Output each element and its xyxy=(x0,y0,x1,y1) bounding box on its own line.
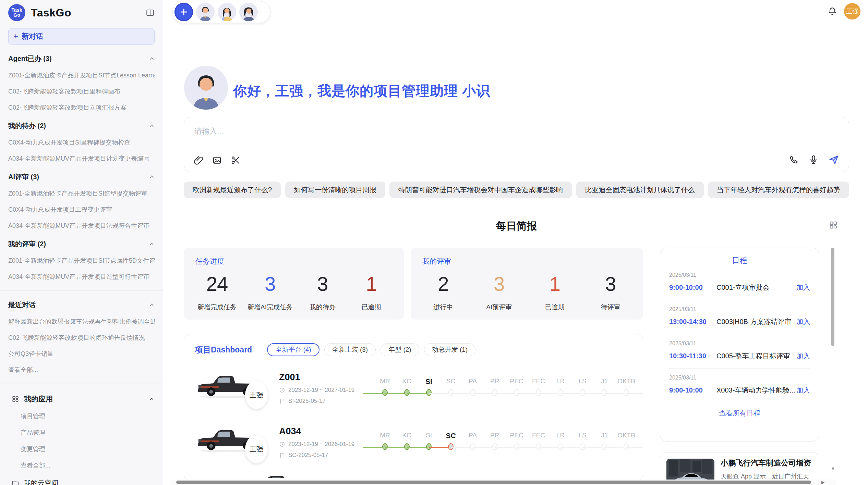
milestone-connector xyxy=(560,393,582,394)
schedule-card: 日程 2025/03/11 9:00-10:00 C001-立项审批会 加入 2… xyxy=(660,248,819,442)
avatar[interactable] xyxy=(218,3,236,21)
chat-input-box[interactable]: 请输入... xyxy=(184,117,849,172)
scissors-icon[interactable] xyxy=(231,156,240,165)
sidebar-item[interactable]: A034-全新新能源MUV产品开发项目造型可行性评审 xyxy=(8,273,155,281)
sidebar-item[interactable]: Z001-全新燃油轻卡产品开发项目SI节点属性5D文件评审 xyxy=(8,257,155,265)
briefing-layout-icon[interactable] xyxy=(829,221,838,229)
sidebar-section-header[interactable]: AI评审 (3) xyxy=(8,172,155,182)
project-row[interactable]: 王强 Z001 2023-12-19 ~ 2027-01-19 SI-2025-… xyxy=(184,361,643,415)
project-image: 王强 xyxy=(195,366,279,410)
image-upload-icon[interactable] xyxy=(212,156,222,165)
recent-chats-header[interactable]: 最近对话 xyxy=(8,300,155,310)
milestone-connector xyxy=(385,447,407,448)
sidebar-item[interactable]: C02-飞腾新能源轻客改款项目立项汇报方案 xyxy=(8,103,155,112)
suggestion-chip[interactable]: 比亚迪全固态电池计划具体说了什么 xyxy=(576,182,704,198)
chevron-up-icon[interactable] xyxy=(149,241,155,247)
stat-value: 3 xyxy=(592,272,629,295)
milestone-node xyxy=(637,377,643,399)
milestone-label: PEC xyxy=(510,432,523,441)
milestone-dot xyxy=(382,389,388,396)
chevron-up-icon[interactable] xyxy=(149,123,155,129)
stat-label: 新增AI完成任务 xyxy=(248,303,293,312)
suggestion-chip[interactable]: 当下年轻人对汽车外观有怎样的喜好趋势 xyxy=(708,182,849,198)
stat-value: 1 xyxy=(352,272,390,295)
attachment-icon[interactable] xyxy=(194,156,203,165)
recent-chats-list: 解释最新出台的欧盟报废车法规再生塑料比例被调至15%...C02-飞腾新能源轻客… xyxy=(8,318,155,358)
milestone-label: OKTB xyxy=(617,377,635,387)
suggestion-chip[interactable]: 如何写一份清晰的项目周报 xyxy=(285,182,385,198)
view-all-schedule-link[interactable]: 查看所有日程 xyxy=(669,409,810,418)
dashboard-tab[interactable]: 动总开发 (1) xyxy=(424,343,476,356)
sidebar-item[interactable]: C0X4-动力总成开发项目SI里程碑提交物检查 xyxy=(8,138,155,147)
sidebar-section-header[interactable]: 我的评审 (2) xyxy=(8,239,155,249)
send-icon[interactable] xyxy=(828,154,839,165)
sidebar-section-header[interactable]: 我的待办 (2) xyxy=(8,121,155,130)
dashboard-tabs: 全新平台 (4)全新上装 (3)年型 (2)动总开发 (1) xyxy=(267,343,475,356)
join-meeting-link[interactable]: 加入 xyxy=(796,351,810,361)
vertical-scrollbar-thumb[interactable] xyxy=(831,248,834,346)
event-time: 9:00-10:00 xyxy=(669,386,711,394)
suggestion-chip[interactable]: 欧洲新规最近颁布了什么? xyxy=(184,182,281,198)
microphone-icon[interactable] xyxy=(808,154,819,165)
collapse-sidebar-icon[interactable] xyxy=(146,8,155,17)
milestone-connector xyxy=(473,447,495,448)
milestone-dot xyxy=(426,389,432,396)
notification-bell-icon[interactable] xyxy=(828,7,837,16)
new-chat-button[interactable]: + 新对话 xyxy=(8,28,155,45)
join-meeting-link[interactable]: 加入 xyxy=(796,386,810,395)
sidebar-item[interactable]: C02-飞腾新能源轻客改款项目里程碑画布 xyxy=(8,87,155,96)
chevron-up-icon[interactable] xyxy=(149,302,155,308)
sidebar-item[interactable]: Z001-全新燃油轻卡产品开发项目SI造型提交物评审 xyxy=(8,189,155,198)
scroll-right-arrow-icon[interactable]: ▶ xyxy=(821,480,824,485)
my-apps-header[interactable]: 我的应用 xyxy=(8,394,155,404)
app-shortcut-item[interactable]: 变更管理 xyxy=(21,445,155,453)
app-shortcut-item[interactable]: 产品管理 xyxy=(21,428,155,437)
horizontal-scrollbar-thumb[interactable] xyxy=(176,481,811,484)
apps-view-all[interactable]: 查看全部... xyxy=(21,461,155,470)
project-flag-label: SC-2025-05-17 xyxy=(288,452,328,459)
task-progress-card: 任务进度 24 新增完成任务 3 新增AI完成任务 3 我的待办 1 已逾期 xyxy=(184,248,404,320)
sidebar-item[interactable]: A034-全新新能源MUV产品开发项目计划变更表编写 xyxy=(8,154,155,163)
user-avatar[interactable]: 王强 xyxy=(844,3,860,20)
project-row[interactable]: 王强 A034 2023-12-19 ~ 2026-01-19 SC-2025-… xyxy=(184,415,643,469)
dashboard-tab[interactable]: 全新平台 (4) xyxy=(267,343,320,356)
sidebar-item[interactable]: A034-全新新能源MUV产品开发项目法规符合性评审 xyxy=(8,222,155,230)
scroll-down-arrow-icon[interactable]: ▼ xyxy=(831,466,835,471)
milestone-label: PEC xyxy=(510,377,523,387)
sidebar-item[interactable]: 公司Q3轻卡销量 xyxy=(8,350,155,358)
add-session-button[interactable] xyxy=(174,3,193,21)
avatar[interactable] xyxy=(239,3,258,21)
recent-view-all[interactable]: 查看全部... xyxy=(8,366,155,374)
chevron-up-icon[interactable] xyxy=(149,396,155,402)
stat-item: 2 进行中 xyxy=(424,272,462,312)
stat-value: 3 xyxy=(480,272,518,295)
chevron-up-icon[interactable] xyxy=(149,174,155,180)
join-meeting-link[interactable]: 加入 xyxy=(796,283,810,292)
milestone-dot xyxy=(404,443,410,450)
sidebar-item[interactable]: C02-飞腾新能源轻客改款项目的闭环通告反馈情况 xyxy=(8,334,155,342)
chevron-up-icon[interactable] xyxy=(149,56,155,62)
schedule-event: 2025/03/11 13:00-14:30 C003|H0B-方案冻结评审 加… xyxy=(669,300,810,334)
sidebar-item[interactable]: Z001-全新燃油皮卡产品开发项目SI节点Lesson Learn报告 xyxy=(8,71,155,79)
sidebar-section-header[interactable]: Agent已办 (3) xyxy=(8,54,155,63)
milestone-node: LS xyxy=(571,377,593,399)
suggestion-chip[interactable]: 特朗普可能对进口汽车增税会对中国车企造成哪些影响 xyxy=(389,182,572,198)
milestone-dot xyxy=(536,443,541,450)
milestone-dot xyxy=(558,389,563,396)
horizontal-scrollbar[interactable]: ▶ xyxy=(171,480,836,485)
milestone-dot xyxy=(580,389,585,396)
dashboard-tab[interactable]: 全新上装 (3) xyxy=(324,343,376,356)
project-info: A034 2023-12-19 ~ 2026-01-19 SC-2025-05-… xyxy=(279,426,370,459)
stat-item: 1 已逾期 xyxy=(352,272,390,312)
sidebar-item[interactable]: 解释最新出台的欧盟报废车法规再生塑料比例被调至15%... xyxy=(8,318,155,326)
sidebar-link[interactable]: 我的云空间 xyxy=(8,478,155,485)
milestone-connector xyxy=(604,393,626,394)
sidebar-item[interactable]: C0X4-动力总成开发项目工程变更评审 xyxy=(8,206,155,214)
milestone-label: KO xyxy=(402,377,411,387)
milestone-connector xyxy=(517,393,539,394)
app-shortcut-item[interactable]: 项目管理 xyxy=(21,412,155,420)
phone-call-icon[interactable] xyxy=(788,154,799,165)
avatar[interactable] xyxy=(196,3,215,21)
join-meeting-link[interactable]: 加入 xyxy=(796,317,810,326)
dashboard-tab[interactable]: 年型 (2) xyxy=(381,343,419,356)
